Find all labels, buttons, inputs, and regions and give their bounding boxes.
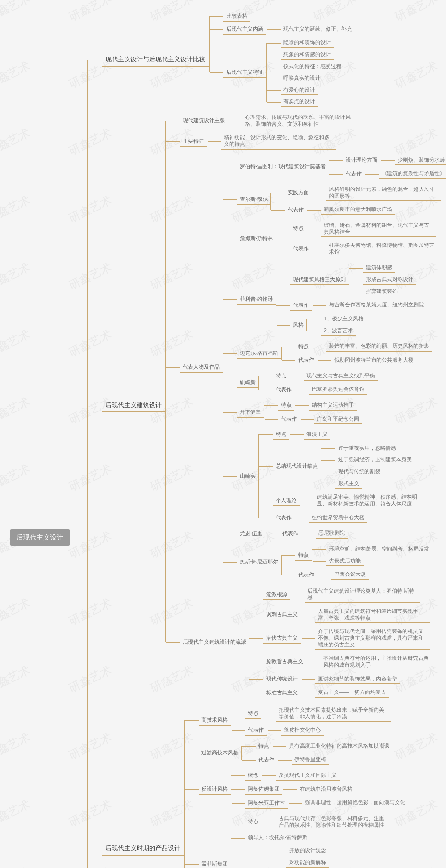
tree-node[interactable]: 领导人：埃托尔·索特萨斯 bbox=[245, 832, 391, 844]
tree-node[interactable]: 想象的和情感的设计 bbox=[281, 49, 344, 61]
tree-node[interactable]: 现代传统设计更讲究细节的装饰效果，内容奢华 bbox=[263, 672, 435, 686]
tree-node[interactable]: 孟菲斯集团特点古典与现代共存、色彩夸张、材料多元、注重产品的娱乐性、隐喻性和细节… bbox=[199, 811, 408, 868]
tree-node[interactable]: 现代主义与古典主义找到平衡 bbox=[304, 370, 378, 382]
tree-node[interactable]: 开放的设计观念 bbox=[286, 845, 345, 857]
tree-node[interactable]: 风格鲜明的设计元素，纯色的混合，超大尺寸的圆形等 bbox=[326, 184, 436, 202]
tree-node[interactable]: 后现代主义特征隐喻的和装饰的设计想象的和情感的设计仪式化的特征：感受过程呼唤真实… bbox=[223, 36, 355, 109]
tree-node[interactable]: 后现代主义建筑设计的流派流派根源后现代主义建筑设计理论奠基人：罗伯特·斯特恩讽刺… bbox=[180, 584, 436, 701]
tree-node[interactable]: 过于强调经济，压制建筑本身美 bbox=[335, 454, 415, 466]
tree-node[interactable]: 更讲究细节的装饰效果，内容奢华 bbox=[315, 673, 400, 685]
tree-node[interactable]: 代表作俄勒冈州波特兰市的公共服务大楼 bbox=[295, 353, 432, 367]
tree-node[interactable]: 仪式化的特征：感受过程 bbox=[281, 61, 344, 73]
tree-node[interactable]: 代表作《建筑的复杂性与矛盾性》 bbox=[343, 167, 436, 181]
tree-node[interactable]: 丹下健三特点结构主义运动推手代表作广岛和平纪念公园 bbox=[237, 398, 436, 427]
tree-node[interactable]: 代表作伊特鲁里亚椅 bbox=[256, 753, 392, 767]
tree-node[interactable]: 悉尼歌剧院 bbox=[316, 528, 348, 540]
tree-node[interactable]: 代表作广岛和平纪念公园 bbox=[278, 412, 362, 426]
tree-node[interactable]: 阿契米亚工作室强调非理性，运用鲜艳色彩，面向潮与文化 bbox=[245, 796, 408, 810]
tree-node[interactable]: 广岛和平纪念公园 bbox=[314, 413, 362, 425]
tree-node[interactable]: 詹姆斯·斯特林特点玻璃、砖石、金属材料的组合、现代主义与古典风格结合代表作杜塞尔… bbox=[237, 218, 436, 260]
tree-node[interactable]: 代表作悉尼歌剧院 bbox=[280, 527, 348, 540]
tree-node[interactable]: 特点古典与现代共存、色彩夸张、材料多元、注重产品的娱乐性、隐喻性和细节处理的模糊… bbox=[245, 812, 391, 832]
tree-node[interactable]: 奥斯卡·尼迈耶尔特点环境空旷、结构萧瑟、空间融合、格局反常先形式后功能代表作巴西… bbox=[237, 541, 436, 583]
tree-node[interactable]: 个人理论建筑满足审美、愉悦精神、秩序感、结构明显、新材料新技术的运用、符合人体尺… bbox=[273, 491, 429, 511]
tree-node[interactable]: 潜伏古典主义介于传统与现代之间，采用传统装饰的机灵又不像、讽刺古典主义那样的戏谑… bbox=[263, 625, 435, 652]
tree-node[interactable]: 代表作与密斯合作西格莱姆大厦、纽约州立剧院 bbox=[290, 298, 427, 312]
tree-node[interactable]: 介于传统与现代之间，采用传统装饰的机灵又不像、讽刺古典主义那样的戏谑，具有严肃和… bbox=[315, 626, 430, 651]
tree-node[interactable]: 与密斯合作西格莱姆大厦、纽约州立剧院 bbox=[326, 299, 427, 311]
tree-node[interactable]: 2、波普艺术 bbox=[321, 325, 366, 337]
tree-node[interactable]: 强调非理性，运用鲜艳色彩，面向潮与文化 bbox=[302, 797, 408, 809]
tree-node[interactable]: 矶崎新特点现代主义与古典主义找到平衡代表作巴塞罗那奥运会体育馆 bbox=[237, 368, 436, 398]
tree-node[interactable]: 尤恩·伍重代表作悉尼歌剧院 bbox=[237, 526, 436, 541]
tree-node[interactable]: 蓬皮杜文化中心 bbox=[281, 725, 324, 737]
tree-node[interactable]: 有卖点的设计 bbox=[281, 96, 344, 108]
tree-node[interactable]: 代表作新奥尔良市的意大利喷水广场 bbox=[285, 203, 436, 217]
tree-node[interactable]: 现代与传统的割裂 bbox=[335, 466, 415, 478]
tree-node[interactable]: 对功能的新解释 bbox=[286, 857, 345, 868]
tree-node[interactable]: 伊特鲁里亚椅 bbox=[292, 754, 329, 766]
tree-node[interactable]: 少则烦、装饰分水岭 bbox=[395, 154, 436, 166]
tree-node[interactable]: 特点环境空旷、结构萧瑟、空间融合、格局反常先形式后功能 bbox=[295, 542, 432, 568]
tree-node[interactable]: 特点具有高度工业化特征的高技术风格加以嘲讽 bbox=[256, 739, 392, 753]
tree-node[interactable]: 罗伯特·温图利：现代建筑设计奠基者设计理论方面少则烦、装饰分水岭代表作《建筑的复… bbox=[237, 152, 436, 182]
tree-node[interactable]: 先形式后功能 bbox=[326, 555, 432, 567]
tree-node[interactable]: 杜塞尔多夫博物馆、科隆博物馆、斯图加特艺术馆 bbox=[326, 240, 436, 258]
root-node[interactable]: 后现代主义设计 bbox=[10, 529, 70, 546]
tree-node[interactable]: 特点装饰的丰富、色彩的绚丽、历史风格的折衷 bbox=[295, 340, 432, 353]
tree-node[interactable]: 心理需求、传统与现代的联系、丰富的设计风格、装饰的含义、文脉和象征性 bbox=[242, 112, 357, 130]
tree-node[interactable]: 代表作纽约世界贸易中心大楼 bbox=[273, 511, 429, 525]
tree-node[interactable]: 复古主义——一切方面均复古 bbox=[315, 687, 389, 699]
tree-node[interactable]: 后现代主义时期的产品设计高技术风格特点把现代主义技术因素提炼出来，赋予全新的美学… bbox=[102, 702, 436, 868]
tree-node[interactable]: 现代建筑风格三大原则建筑体积感形成古典式对称设计摒弃建筑装饰 bbox=[290, 261, 427, 298]
tree-node[interactable]: 反设计风格概念反抗现代主义和国际主义阿契佐姆集团在建筑中沿用波普风格阿契米亚工作… bbox=[199, 768, 408, 811]
tree-node[interactable]: 阿契佐姆集团在建筑中沿用波普风格 bbox=[245, 783, 408, 797]
tree-node[interactable]: 设计理论方面少则烦、装饰分水岭 bbox=[343, 153, 436, 167]
tree-node[interactable]: 特点把现代主义技术因素提炼出来，赋予全新的美学价值，非人情化，过于冷漠 bbox=[245, 704, 391, 724]
tree-node[interactable]: 1、极少主义风格 bbox=[321, 313, 366, 325]
tree-node[interactable]: 建筑满足审美、愉悦精神、秩序感、结构明显、新材料新技术的运用、符合人体尺度 bbox=[314, 492, 429, 510]
tree-node[interactable]: 标准古典主义复古主义——一切方面均复古 bbox=[263, 686, 435, 700]
tree-node[interactable]: 特点结构主义运动推手 bbox=[278, 399, 362, 412]
tree-node[interactable]: 代表人物及作品罗伯特·温图利：现代建筑设计奠基者设计理论方面少则烦、装饰分水岭代… bbox=[180, 152, 436, 584]
tree-node[interactable]: 流派根源后现代主义建筑设计理论奠基人：罗伯特·斯特恩 bbox=[263, 585, 435, 605]
tree-node[interactable]: 古典与现代共存、色彩夸张、材料多元、注重产品的娱乐性、隐喻性和细节处理的模糊属性 bbox=[276, 813, 391, 831]
tree-node[interactable]: 后现代主义内涵现代主义的延续、修正、补充 bbox=[223, 23, 355, 36]
tree-node[interactable]: 风格1、极少主义风格2、波普艺术 bbox=[290, 312, 427, 338]
tree-node[interactable]: 俄勒冈州波特兰市的公共服务大楼 bbox=[331, 354, 416, 366]
tree-node[interactable]: 概念反抗现代主义和国际主义 bbox=[245, 769, 408, 783]
tree-node[interactable]: 迈克尔·格雷福斯特点装饰的丰富、色彩的绚丽、历史风格的折衷代表作俄勒冈州波特兰市… bbox=[237, 339, 436, 368]
tree-node[interactable]: 在建筑中沿用波普风格 bbox=[297, 784, 355, 796]
tree-node[interactable]: 巴塞罗那奥运会体育馆 bbox=[309, 384, 367, 396]
tree-node[interactable]: 过渡高技术风格特点具有高度工业化特征的高技术风格加以嘲讽代表作伊特鲁里亚椅 bbox=[199, 739, 408, 768]
tree-node[interactable]: 原教旨古典主义不强调古典符号的运用，主张设计从研究古典风格的城市规划入手 bbox=[263, 652, 435, 672]
tree-node[interactable]: 特点玻璃、砖石、金属材料的组合、现代主义与古典风格结合 bbox=[290, 219, 436, 239]
tree-node[interactable]: 代表作巴塞罗那奥运会体育馆 bbox=[273, 383, 378, 397]
tree-node[interactable]: 主要特征精神功能、设计形式的变化、隐喻、象征和多义的特点 bbox=[180, 131, 436, 151]
tree-node[interactable]: 代表作巴西会议大厦 bbox=[295, 568, 432, 582]
tree-node[interactable]: 大量古典主义的建筑符号和装饰细节实现丰富、夸张、戏虐等特点 bbox=[315, 606, 430, 624]
tree-node[interactable]: 建筑体积感 bbox=[363, 262, 416, 274]
tree-node[interactable]: 高技术风格特点把现代主义技术因素提炼出来，赋予全新的美学价值，非人情化，过于冷漠… bbox=[199, 703, 408, 739]
tree-node[interactable]: 形式主义 bbox=[335, 478, 415, 490]
tree-node[interactable]: 浪漫主义 bbox=[304, 429, 330, 441]
tree-node[interactable]: 环境空旷、结构萧瑟、空间融合、格局反常 bbox=[326, 543, 432, 555]
tree-node[interactable]: 现代主义设计与后现代主义设计比较比较表格后现代主义内涵现代主义的延续、修正、补充… bbox=[102, 10, 436, 110]
tree-node[interactable]: 现代主义的延续、修正、补充 bbox=[281, 23, 355, 35]
tree-node[interactable]: 装饰的丰富、色彩的绚丽、历史风格的折衷 bbox=[326, 340, 432, 352]
tree-node[interactable]: 特点浪漫主义 bbox=[273, 428, 429, 442]
tree-node[interactable]: 过于重视实用，忽略情感 bbox=[335, 443, 415, 455]
tree-node[interactable]: 纽约世界贸易中心大楼 bbox=[309, 512, 367, 524]
tree-node[interactable]: 隐喻的和装饰的设计 bbox=[281, 37, 344, 49]
tree-node[interactable]: 摒弃建筑装饰 bbox=[363, 286, 416, 298]
tree-node[interactable]: 特点现代主义与古典主义找到平衡 bbox=[273, 369, 378, 383]
tree-node[interactable]: 反抗现代主义和国际主义 bbox=[276, 770, 340, 782]
tree-node[interactable]: 后现代主义建筑设计现代建筑设计主张心理需求、传统与现代的联系、丰富的设计风格、装… bbox=[102, 110, 436, 702]
tree-node[interactable]: 玻璃、砖石、金属材料的组合、现代主义与古典风格结合 bbox=[321, 220, 436, 238]
tree-node[interactable]: 结构主义运动推手 bbox=[309, 399, 357, 411]
tree-node[interactable]: 菲利普·约翰逊现代建筑风格三大原则建筑体积感形成古典式对称设计摒弃建筑装饰代表作… bbox=[237, 260, 436, 339]
tree-node[interactable]: 山崎实特点浪漫主义总结现代设计缺点过于重视实用，忽略情感过于强调经济，压制建筑本… bbox=[237, 427, 436, 526]
tree-node[interactable]: 具有高度工业化特征的高技术风格加以嘲讽 bbox=[286, 740, 392, 752]
tree-node[interactable]: 不强调古典符号的运用，主张设计从研究古典风格的城市规划入手 bbox=[320, 653, 435, 671]
tree-node[interactable]: 巴西会议大厦 bbox=[331, 569, 369, 581]
